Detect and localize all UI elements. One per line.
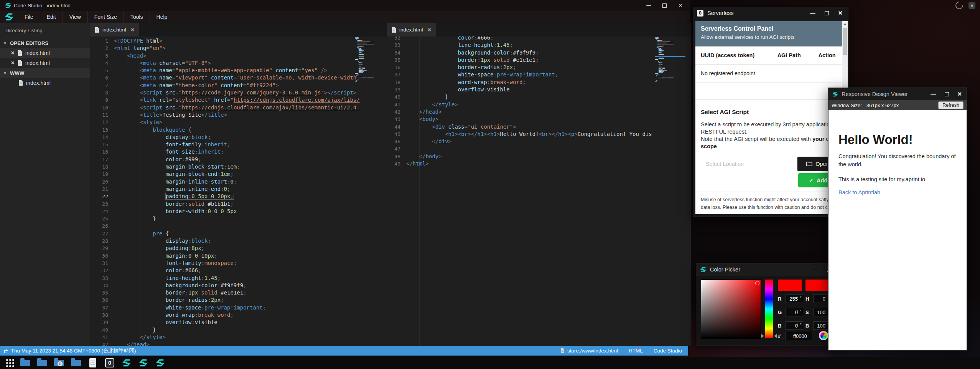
line-number: 17 [90,156,114,163]
minimize-icon[interactable]: — [931,91,936,97]
code-line: 37 white-space:pre-wrap!important; [90,304,353,311]
status-language[interactable]: HTML [629,348,643,354]
close-file-icon[interactable]: ✕ [11,60,15,66]
endpoint-empty-row: No registered endpoint [695,65,842,83]
check-icon: ✓ [809,177,814,184]
stepper-icon[interactable]: ▲ ▼ [796,295,802,299]
close-icon[interactable]: ✕ [957,91,962,97]
minimap[interactable] [355,37,385,84]
line-number: 9 [90,96,114,104]
sidebar-item-index-html[interactable]: ✕index.html [0,48,90,58]
page-paragraph: Congratulation! You discovered the bound… [838,152,958,169]
indent-guide [153,37,153,346]
line-number: 24 [90,208,114,215]
close-icon[interactable]: ✕ [838,10,843,16]
line-number: 42 [90,341,114,346]
field-label: B [778,323,783,329]
field-value-input[interactable]: 0▲ ▼ [786,308,803,316]
tab-index-html[interactable]: index.html✕ [90,23,139,36]
line-number: 3 [90,52,114,60]
status-file-path[interactable]: store:/www/index.html [567,348,618,354]
code-line: 42 </head> [387,108,653,116]
maximize-icon[interactable] [662,3,667,8]
hex-input[interactable]: ff0000 [786,332,812,340]
code-line: 29 padding:8px; [90,245,353,252]
minimize-icon[interactable]: — [810,10,815,16]
taskbar-folder-1[interactable] [20,357,31,369]
line-number: 10 [90,104,114,111]
taskbar-folder-disc[interactable] [53,357,65,369]
field-b-left: B0▲ ▼ [778,321,803,330]
stepper-icon[interactable]: ▲ ▼ [796,322,802,326]
close-file-icon[interactable]: ✕ [11,50,15,56]
line-number: 13 [90,126,114,134]
hue-marker-left-icon[interactable] [761,334,764,338]
code-line: 11 <title>Testing Site</title> [90,111,353,119]
line-number: 31 [90,260,114,267]
taskbar-document[interactable] [87,357,99,369]
taskbar-serverless-app[interactable]: 0 [104,357,115,369]
taskbar-code-studio-3[interactable] [155,357,166,369]
menu-item-edit[interactable]: Edit [40,11,63,23]
folder-open-icon [806,161,812,167]
hue-slider[interactable] [765,280,773,338]
taskbar-folder-3[interactable] [70,357,82,369]
sidebar-section-www[interactable]: ▾WWW [0,68,90,78]
menu-item-file[interactable]: File [18,11,40,23]
minimize-icon[interactable]: — [646,3,651,8]
code-line: 28 display:block; [90,237,353,245]
maximize-icon[interactable] [945,92,949,96]
status-app-name: Code Studio [654,348,682,354]
code-line: 47 [387,145,653,152]
close-tab-icon[interactable]: ✕ [131,27,135,33]
minimize-icon[interactable]: — [812,266,818,273]
field-value-input[interactable]: 255▲ ▼ [786,295,803,303]
serverless-title: Serverless [707,10,734,16]
page-link[interactable]: Back to Aprintlab [838,189,880,195]
close-tab-icon[interactable]: ✕ [428,27,432,33]
sidebar-item-index-html[interactable]: ✕index.html [0,78,90,88]
color-wheel-icon[interactable] [819,331,828,340]
script-location-input[interactable]: Select Location [701,157,797,171]
code-area[interactable]: 32 color:#666;33 line-height:1.45;34 bac… [387,36,691,346]
code-line: 10 <script src="https://cdnjs.cloudflare… [90,104,353,111]
field-label: R [778,296,783,302]
menu-box-icon[interactable]: ≡ [968,2,975,9]
menu-item-help[interactable]: Help [150,11,175,23]
code-area[interactable]: 1<!DOCTYPE html>2<html lang="en">3 <head… [90,36,387,346]
line-number: 11 [90,111,114,119]
sidebar-section-open-editors[interactable]: ▾OPEN EDITORS [0,38,90,48]
maximize-icon[interactable] [825,11,829,15]
stepper-icon[interactable]: ▲ ▼ [796,309,802,312]
refresh-button[interactable]: Refresh [938,101,964,109]
tab-index-html[interactable]: index.html✕ [387,23,436,36]
line-number: 42 [387,108,406,116]
sync-arrows-icon[interactable]: ⇄ [3,348,8,354]
taskbar-app-grid[interactable] [6,359,14,367]
scroll-thumb[interactable] [843,28,847,55]
hue-marker-right-icon[interactable] [774,334,777,338]
menu-item-font-size[interactable]: Font Size [87,11,124,23]
taskbar-code-studio-2[interactable] [138,357,149,369]
saturation-value-field[interactable] [701,280,761,339]
taskbar-folder-2[interactable] [36,357,48,369]
minimap[interactable] [655,37,685,84]
loading-ring-icon[interactable] [954,0,965,11]
close-icon[interactable]: ✕ [678,3,683,8]
responsive-titlebar: Responsive Design Viewer — ✕ [828,88,967,100]
line-number: 12 [90,119,114,126]
menu-item-view[interactable]: View [63,11,87,23]
table-header-uuid-access-token-: UUID (access token) [695,46,772,64]
color-picker-body: R255▲ ▼H0▲ ▼G0▲ ▼S100▲ ▼B0▲ ▼B100▲ ▼ # f… [696,276,841,346]
sidebar-item-index-html[interactable]: ✕index.html [0,58,90,68]
code-line: 25 } [90,215,353,222]
code-line: 32 color:#666; [387,36,653,41]
field-s-right: S100▲ ▼ [805,308,831,316]
menu-item-tools[interactable]: Tools [124,11,150,23]
table-header-action: Action [813,46,842,64]
line-number: 49 [387,160,406,167]
field-value-input[interactable]: 0▲ ▼ [786,321,803,330]
scroll-up-icon[interactable]: ▲ [842,21,848,26]
taskbar-code-studio-1[interactable] [121,357,132,369]
status-datetime: Thu May 11 2023 21:54:48 GMT+0800 (台北標準時… [11,347,136,354]
